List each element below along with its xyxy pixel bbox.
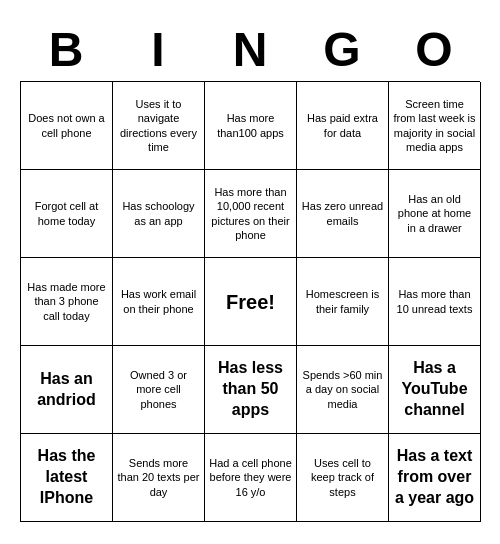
- bingo-grid: Does not own a cell phoneUses it to navi…: [20, 81, 480, 522]
- bingo-cell[interactable]: Homescreen is their family: [297, 258, 389, 346]
- bingo-cell[interactable]: Has more than 10,000 recent pictures on …: [205, 170, 297, 258]
- bingo-letter: I: [114, 22, 202, 77]
- bingo-header: BINGO: [20, 22, 480, 77]
- bingo-cell[interactable]: Uses it to navigate directions every tim…: [113, 82, 205, 170]
- bingo-cell[interactable]: Has schoology as an app: [113, 170, 205, 258]
- bingo-cell[interactable]: Has zero unread emails: [297, 170, 389, 258]
- bingo-cell[interactable]: Screen time from last week is majority i…: [389, 82, 481, 170]
- bingo-letter: O: [390, 22, 478, 77]
- bingo-cell[interactable]: Owned 3 or more cell phones: [113, 346, 205, 434]
- bingo-cell[interactable]: Has paid extra for data: [297, 82, 389, 170]
- bingo-cell[interactable]: Spends >60 min a day on social media: [297, 346, 389, 434]
- bingo-cell[interactable]: Has an andriod: [21, 346, 113, 434]
- bingo-cell[interactable]: Has the latest IPhone: [21, 434, 113, 522]
- bingo-letter: G: [298, 22, 386, 77]
- free-cell[interactable]: Free!: [205, 258, 297, 346]
- bingo-cell[interactable]: Has made more than 3 phone call today: [21, 258, 113, 346]
- bingo-card: BINGO Does not own a cell phoneUses it t…: [10, 12, 490, 532]
- bingo-cell[interactable]: Uses cell to keep track of steps: [297, 434, 389, 522]
- bingo-letter: N: [206, 22, 294, 77]
- bingo-cell[interactable]: Has a text from over a year ago: [389, 434, 481, 522]
- bingo-cell[interactable]: Has work email on their phone: [113, 258, 205, 346]
- bingo-cell[interactable]: Has more than 10 unread texts: [389, 258, 481, 346]
- bingo-cell[interactable]: Forgot cell at home today: [21, 170, 113, 258]
- bingo-cell[interactable]: Does not own a cell phone: [21, 82, 113, 170]
- bingo-cell[interactable]: Had a cell phone before they were 16 y/o: [205, 434, 297, 522]
- bingo-cell[interactable]: Has an old phone at home in a drawer: [389, 170, 481, 258]
- bingo-cell[interactable]: Sends more than 20 texts per day: [113, 434, 205, 522]
- bingo-cell[interactable]: Has more than100 apps: [205, 82, 297, 170]
- bingo-cell[interactable]: Has a YouTube channel: [389, 346, 481, 434]
- bingo-letter: B: [22, 22, 110, 77]
- bingo-cell[interactable]: Has less than 50 apps: [205, 346, 297, 434]
